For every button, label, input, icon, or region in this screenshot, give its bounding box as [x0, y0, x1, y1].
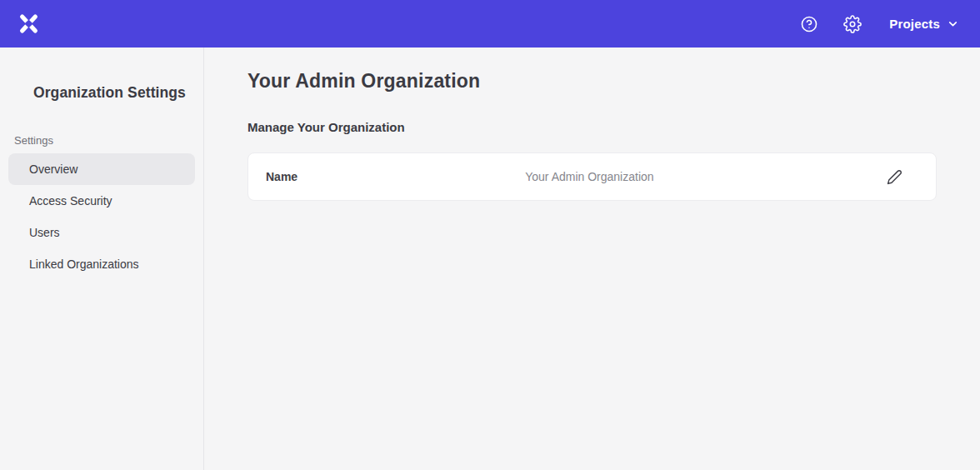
- sidebar-section-label: Settings: [0, 134, 203, 147]
- organization-name-card: Name Your Admin Organization: [248, 152, 937, 201]
- sidebar-nav: Overview Access Security Users Linked Or…: [0, 153, 203, 280]
- projects-dropdown[interactable]: Projects: [889, 17, 958, 31]
- sidebar-item-overview[interactable]: Overview: [8, 153, 195, 185]
- sidebar: Organization Settings Settings Overview …: [0, 48, 204, 470]
- help-button[interactable]: [799, 14, 819, 34]
- page-title: Your Admin Organization: [248, 70, 980, 92]
- sidebar-title: Organization Settings: [0, 84, 203, 102]
- topbar: Projects: [0, 0, 980, 48]
- settings-button[interactable]: [842, 14, 862, 34]
- projects-dropdown-label: Projects: [889, 17, 940, 31]
- chevron-down-icon: [948, 18, 958, 29]
- app-logo[interactable]: [15, 11, 42, 38]
- edit-name-button[interactable]: [884, 167, 904, 187]
- x-logo-icon: [18, 12, 40, 35]
- gear-icon: [843, 15, 862, 33]
- help-circle-icon: [800, 15, 818, 33]
- main-content: Your Admin Organization Manage Your Orga…: [204, 48, 980, 470]
- pencil-icon: [887, 169, 902, 185]
- name-field-label: Name: [266, 170, 298, 183]
- sidebar-item-users[interactable]: Users: [8, 217, 195, 248]
- name-field-value: Your Admin Organization: [525, 170, 653, 183]
- section-title: Manage Your Organization: [248, 120, 980, 134]
- sidebar-item-linked-organizations[interactable]: Linked Organizations: [8, 248, 195, 280]
- sidebar-item-access-security[interactable]: Access Security: [8, 185, 195, 217]
